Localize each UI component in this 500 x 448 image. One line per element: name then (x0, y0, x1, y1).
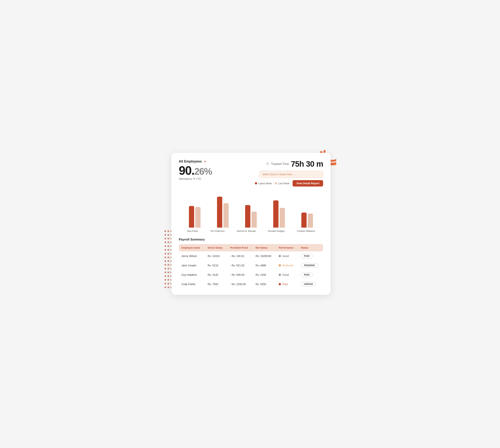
employee-name-cell: Cody Fisher (179, 279, 205, 289)
bar-last (195, 207, 201, 227)
header-row: All Employees ▼ 90.26% Attendance % YTD … (179, 160, 323, 187)
provident-fund-cell: - Rs. 936.00 (228, 270, 253, 279)
bar-group (245, 205, 257, 227)
employee-name-cell: Jenny Wilson (179, 251, 205, 261)
table-row: Jane CooperRs. 5210- Rs. 521.00Rs. 4689M… (179, 261, 323, 270)
status-cell: UNPAID (298, 279, 323, 289)
status-badge: PAID (301, 254, 313, 258)
legend-current-dot (255, 182, 257, 184)
dropdown-arrow-icon: ▼ (204, 160, 206, 163)
tracked-time-row: ⏱ Tracked Time 75h 30 m (266, 160, 323, 169)
attendance-display: 90.26% (179, 165, 212, 176)
performance-cell: Good (276, 270, 298, 279)
provident-fund-cell: - Rs. 2250.00 (228, 279, 253, 289)
provident-fund-cell: - Rs. 521.00 (228, 261, 253, 270)
performance-text: Good (282, 255, 289, 257)
payroll-col-header: Net Salary (253, 244, 276, 251)
tracked-label: Tracked Time (271, 162, 289, 166)
performance-dot-icon (279, 255, 281, 257)
performance-cell: Good (276, 251, 298, 261)
bar-name-label: Tara Peter (187, 230, 198, 232)
payroll-col-header: Employee name (179, 244, 205, 251)
legend-last-week: Last Week (275, 182, 290, 185)
bar-name-label: Tim Peterson (210, 230, 225, 232)
status-cell: PAID (298, 251, 323, 261)
bar-group (189, 206, 201, 227)
employee-selector-label: All Employees (179, 160, 202, 163)
table-row: Jenny WilsonRs. 10310- Rs. 100.31Rs. 102… (179, 251, 323, 261)
bar-name-label: Derrick B. Bendel (237, 230, 256, 232)
payroll-section: Payroll Summary Employee nameGross Salar… (179, 238, 323, 289)
employee-selector[interactable]: All Employees ▼ (179, 160, 212, 163)
gross-salary-cell: Rs. 7500 (205, 279, 227, 289)
bar-name-label: Ronald Hodges (268, 230, 285, 232)
attendance-label: Attendance % YTD (179, 177, 212, 180)
bar-group (301, 213, 313, 227)
attendance-number: 90.26% (179, 164, 212, 177)
left-header: All Employees ▼ 90.26% Attendance % YTD (179, 160, 212, 180)
status-cell: PENDING (298, 261, 323, 270)
performance-dot-icon (279, 274, 281, 276)
attendance-integer: 90. (179, 164, 194, 177)
payroll-title: Payroll Summary (179, 238, 323, 241)
performance-cell: Moderate (276, 261, 298, 270)
legend-current-label: Latest Week (258, 182, 272, 185)
bar-last (223, 203, 229, 227)
provident-fund-cell: - Rs. 100.31 (228, 251, 253, 261)
bar-chart (179, 190, 323, 228)
bar-current (273, 200, 279, 227)
clock-icon: ⏱ (266, 162, 269, 166)
payroll-col-header: Status (298, 244, 323, 251)
performance-cell: Poor (276, 279, 298, 289)
bar-last (251, 212, 257, 227)
payroll-col-header: Performance (276, 244, 298, 251)
performance-text: Good (282, 273, 289, 276)
tracked-value: 75h 30 m (291, 160, 323, 169)
gross-salary-cell: Rs. 10310 (205, 251, 227, 261)
net-salary-cell: Rs. 2184 (253, 270, 276, 279)
status-badge: PENDING (301, 263, 318, 268)
legend-report-row: Latest Week Last Week View Detail Report (252, 180, 323, 187)
payroll-col-header: Gross Salary (205, 244, 227, 251)
legend-last-dot (275, 182, 277, 184)
net-salary-cell: Rs. 4689 (253, 261, 276, 270)
payroll-thead: Employee nameGross SalaryProvident FundN… (179, 244, 323, 251)
gross-salary-cell: Rs. 5210 (205, 261, 227, 270)
net-salary-cell: Rs. 5250 (253, 279, 276, 289)
view-report-button[interactable]: View Detail Report (293, 180, 323, 187)
payroll-table: Employee nameGross SalaryProvident FundN… (179, 244, 323, 289)
net-salary-cell: Rs. 10209.69 (253, 251, 276, 261)
gross-salary-cell: Rs. 3120 (205, 270, 227, 279)
right-header: ⏱ Tracked Time 75h 30 m Latest Week Last… (252, 160, 323, 187)
status-badge: PAID (301, 272, 313, 277)
payroll-header-row: Employee nameGross SalaryProvident FundN… (179, 244, 323, 251)
status-badge: UNPAID (301, 282, 316, 287)
bar-group (273, 200, 285, 227)
performance-dot-icon (279, 264, 281, 267)
legend-current-week: Latest Week (255, 182, 272, 185)
status-cell: PAID (298, 270, 323, 279)
table-row: Cody FisherRs. 7500- Rs. 2250.00Rs. 5250… (179, 279, 323, 289)
employee-name-cell: Jane Cooper (179, 261, 205, 270)
bar-current (189, 206, 194, 227)
legend-last-label: Last Week (278, 182, 290, 185)
bar-group (217, 197, 229, 227)
employee-name-cell: Guy Hawkins (179, 270, 205, 279)
bar-current (217, 197, 222, 227)
attendance-decimal: 26% (194, 166, 212, 177)
table-row: Guy HawkinsRs. 3120- Rs. 936.00Rs. 2184G… (179, 270, 323, 279)
bar-current (245, 205, 250, 227)
clock-notes-input[interactable] (259, 171, 323, 178)
bar-current (301, 213, 307, 227)
bar-name-label: Charles Williams (297, 230, 315, 232)
main-card: All Employees ▼ 90.26% Attendance % YTD … (171, 153, 330, 295)
performance-text: Moderate (282, 264, 294, 267)
page-wrapper: All Employees ▼ 90.26% Attendance % YTD … (170, 151, 330, 297)
payroll-col-header: Provident Fund (228, 244, 253, 251)
chart-labels: Tara PeterTim PetersonDerrick B. BendelR… (179, 228, 323, 232)
performance-text: Poor (282, 283, 288, 286)
bar-last (308, 213, 313, 227)
performance-dot-icon (279, 283, 281, 285)
bar-last (280, 208, 285, 227)
payroll-tbody: Jenny WilsonRs. 10310- Rs. 100.31Rs. 102… (179, 251, 323, 289)
